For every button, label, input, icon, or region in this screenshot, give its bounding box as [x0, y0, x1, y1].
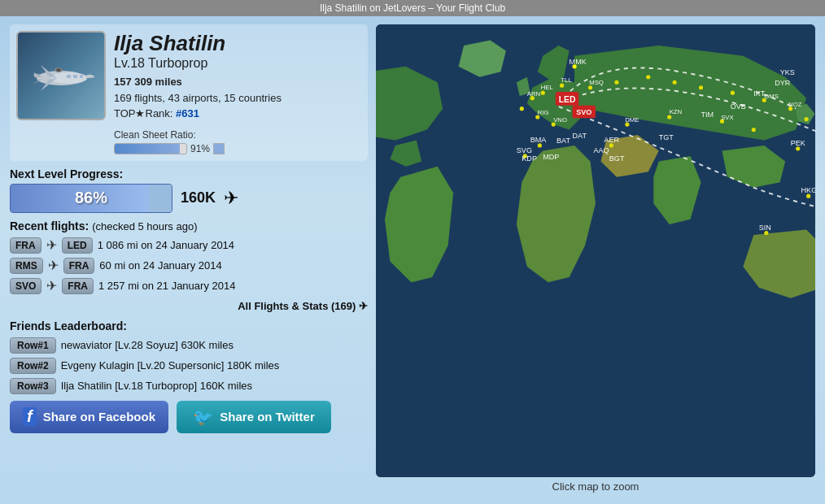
svg-point-69: [538, 143, 542, 147]
progress-target: 160K: [181, 189, 216, 206]
svg-text:SVO: SVO: [576, 108, 591, 116]
svg-text:NOZ: NOZ: [788, 101, 802, 108]
svg-text:RIG: RIG: [538, 109, 549, 116]
clean-sheet-percent: 91%: [190, 143, 210, 154]
svg-text:BMA: BMA: [530, 136, 548, 144]
airport-to-2: FRA: [63, 258, 95, 274]
progress-bar: 86%: [10, 184, 172, 213]
progress-bar-remainder: [149, 185, 172, 212]
svg-text:SIN: SIN: [759, 224, 771, 232]
svg-text:DME: DME: [625, 116, 639, 124]
next-level-section: Next Level Progress: 86% 160K ✈: [10, 167, 368, 213]
profile-info: Ilja Shatilin Lv.18 Turboprop 157 309 mi…: [114, 31, 361, 154]
player-name: Ilja Shatilin: [114, 31, 361, 56]
friends-section: Friends Leaderboard: Row#1 newaviator [L…: [10, 319, 368, 394]
recent-flights-section: Recent flights: (checked 5 hours ago) FR…: [10, 219, 368, 313]
svg-text:SVX: SVX: [721, 114, 734, 121]
social-buttons: f Share on Facebook 🐦 Share on Twitter: [10, 401, 368, 433]
clean-sheet-section: Clean Sheet Ratio: 91%: [114, 127, 361, 154]
friend-info-1: newaviator [Lv.28 Soyuz] 630K miles: [61, 339, 234, 351]
airport-to-3: FRA: [62, 278, 94, 294]
svg-text:VNO: VNO: [553, 116, 567, 124]
progress-row: 86% 160K ✈: [10, 184, 368, 213]
clean-sheet-icon: [213, 143, 225, 154]
svg-text:DYR: DYR: [775, 79, 791, 87]
svg-rect-4: [67, 75, 71, 78]
airport-from-2: RMS: [10, 258, 43, 274]
airport-to-1: LED: [62, 237, 93, 254]
clean-sheet-label: Clean Sheet Ratio:: [114, 129, 196, 141]
all-flights-icon: ✈: [359, 300, 368, 312]
svg-text:AER: AER: [604, 136, 619, 144]
friend-row-1: Row#1 newaviator [Lv.28 Soyuz] 630K mile…: [10, 337, 368, 354]
svg-point-16: [614, 80, 618, 85]
all-flights-row: All Flights & Stats (169) ✈: [10, 298, 368, 313]
rank-badge-3: Row#3: [10, 378, 56, 394]
friend-row-3: Row#3 Ilja Shatilin [Lv.18 Turboprop] 16…: [10, 378, 368, 394]
svg-point-13: [541, 91, 545, 95]
svg-text:OVB: OVB: [731, 102, 746, 111]
progress-percent-text: 86%: [75, 189, 107, 207]
svg-text:HKG: HKG: [801, 186, 815, 194]
airport-from-1: FRA: [10, 237, 41, 254]
flight-row: SVO ✈ FRA 1 257 mi on 21 January 2014: [10, 278, 368, 294]
flight-row: FRA ✈ LED 1 086 mi on 24 January 2014: [10, 237, 368, 254]
facebook-icon: f: [23, 407, 37, 426]
share-facebook-button[interactable]: f Share on Facebook: [10, 401, 168, 433]
svg-text:YKS: YKS: [780, 68, 795, 76]
friends-title: Friends Leaderboard:: [10, 319, 368, 332]
all-flights-link[interactable]: All Flights & Stats (169) ✈: [238, 300, 368, 312]
svg-text:PEK: PEK: [791, 139, 805, 147]
flight-row: RMS ✈ FRA 60 mi on 24 January 2014: [10, 258, 368, 274]
flight-rows: FRA ✈ LED 1 086 mi on 24 January 2014 RM…: [10, 237, 368, 294]
svg-text:KDP: KDP: [522, 154, 537, 163]
svg-point-14: [560, 84, 564, 88]
svg-point-57: [764, 231, 768, 235]
rank-badge-2: Row#2: [10, 358, 56, 374]
avatar: [16, 31, 106, 120]
svg-text:LED: LED: [559, 95, 576, 104]
title-text: Ilja Shatilin on JetLovers – Your Flight…: [320, 2, 505, 14]
rank-link[interactable]: #631: [176, 107, 199, 119]
svg-text:OMS: OMS: [764, 93, 779, 100]
progress-plane-icon: ✈: [224, 188, 238, 209]
svg-point-30: [667, 115, 671, 119]
svg-text:KZN: KZN: [670, 108, 683, 115]
recent-flights-title: Recent flights: (checked 5 hours ago): [10, 219, 368, 232]
next-level-label: Next Level Progress:: [10, 167, 368, 180]
flight-info-2: 60 mi on 24 January 2014: [99, 259, 221, 272]
rank-stat: TOP★Rank: #631: [114, 106, 361, 122]
flight-info-3: 1 257 mi on 21 January 2014: [98, 280, 235, 292]
left-panel: Ilja Shatilin Lv.18 Turboprop 157 309 mi…: [10, 24, 368, 496]
svg-text:TGT: TGT: [659, 133, 674, 141]
svg-text:IKT: IKT: [753, 89, 766, 98]
map-container[interactable]: LED SVO: [376, 24, 815, 477]
svg-text:DAT: DAT: [573, 132, 587, 140]
svg-point-18: [673, 80, 677, 85]
facebook-label: Share on Facebook: [43, 410, 155, 424]
all-flights-label: All Flights & Stats (169): [238, 300, 356, 312]
twitter-icon: 🐦: [193, 407, 213, 427]
flight-arrow-2: ✈: [48, 258, 59, 273]
flights-stat: 169 flights, 43 airports, 15 countries: [114, 90, 361, 106]
svg-text:SVG: SVG: [517, 146, 532, 154]
svg-text:TLL: TLL: [561, 76, 572, 84]
player-level: Lv.18 Turboprop: [114, 56, 361, 71]
player-stats: 157 309 miles 169 flights, 43 airports, …: [114, 74, 361, 122]
share-twitter-button[interactable]: 🐦 Share on Twitter: [177, 401, 331, 433]
flight-arrow-1: ✈: [46, 237, 57, 253]
profile-header: Ilja Shatilin Lv.18 Turboprop 157 309 mi…: [10, 24, 368, 161]
svg-point-45: [573, 64, 577, 68]
svg-text:ARN: ARN: [527, 90, 540, 98]
svg-text:BAT: BAT: [557, 137, 570, 145]
svg-point-59: [609, 143, 613, 147]
svg-point-53: [796, 146, 800, 150]
clean-sheet-bar: [114, 143, 187, 154]
clean-sheet-fill: [115, 144, 180, 154]
miles-stat: 157 309 miles: [114, 74, 361, 90]
svg-rect-6: [80, 75, 83, 78]
svg-text:BGT: BGT: [609, 154, 625, 163]
clean-sheet-bar-container: 91%: [114, 143, 361, 154]
svg-point-20: [731, 91, 735, 95]
svg-point-15: [588, 85, 592, 89]
